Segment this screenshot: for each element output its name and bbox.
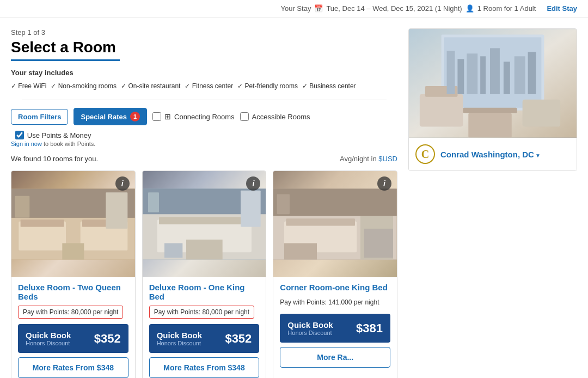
accessible-rooms-checkbox[interactable] [240,112,249,121]
svg-rect-39 [467,53,477,94]
connecting-icon: ⊞ [164,112,171,121]
svg-rect-8 [15,196,30,218]
stay-info: Your Stay 📅 Tue, Dec 14 – Wed, Dec 15, 2… [280,4,536,13]
points-text-1: Pay with Points: 80,000 per night [18,306,123,319]
room-image-1: i [11,171,135,277]
points-money-checkbox[interactable] [15,131,24,139]
room-card-body-2: Deluxe Room - One King Bed Pay with Poin… [143,277,266,378]
special-rates-badge: 1 [130,112,140,121]
separator [22,100,387,100]
svg-rect-13 [159,217,250,224]
guests-info: 1 Room for 1 Adult [477,4,536,13]
step-label: Step 1 of 3 [11,28,397,36]
results-info: We found 10 rooms for you. Avg/night in … [11,155,397,163]
special-rates-button[interactable]: Special Rates 1 [74,108,147,125]
amenity-fitness: Fitness center [185,82,233,90]
stay-includes: Your stay includes Free WiFi Non-smoking… [11,69,397,90]
room-name-3[interactable]: Corner Room-one King Bed [280,283,390,292]
room-card-1: i Deluxe Room - Two Queen Beds Pay with … [11,170,136,378]
hotel-image [409,29,577,138]
amenity-business: Business center [302,82,356,90]
info-badge-3[interactable]: i [377,176,391,191]
your-stay-label: Your Stay [280,4,311,13]
accessible-rooms-label[interactable]: Accessible Rooms [252,113,310,121]
date-range: Tue, Dec 14 – Wed, Dec 15, 2021 (1 Night… [326,4,462,13]
room-image-2: i [143,171,266,277]
more-rates-button-3[interactable]: More Ra... [280,347,390,368]
svg-rect-27 [284,243,317,260]
edit-stay-link[interactable]: Edit Stay [547,4,577,13]
sign-in-note: Sign in now to book with Points. [11,141,95,147]
currency-link[interactable]: $USD [378,155,397,163]
svg-rect-36 [468,113,511,138]
info-badge-1[interactable]: i [115,176,130,191]
connecting-rooms-checkbox[interactable] [152,112,161,121]
svg-rect-35 [463,108,517,113]
svg-rect-9 [62,243,84,260]
svg-rect-41 [490,48,500,94]
right-sidebar: C Conrad Washington, DC▼ [408,28,577,378]
quick-book-title-2: Quick Book [157,331,202,340]
sign-in-link[interactable]: Sign in now [11,141,42,147]
quick-book-sub-3: Honors Discount [287,330,333,336]
quick-book-price-3: $381 [356,321,383,336]
left-content: Step 1 of 3 Select a Room Your stay incl… [11,28,397,378]
avg-night: Avg/night in $USD [340,155,397,163]
title-underline [11,59,120,61]
room-card-2: i Deluxe Room - One King Bed Pay with Po… [142,170,267,378]
found-text: We found 10 rooms for you. [11,155,98,163]
hotel-logo: C [415,144,435,164]
person-icon: 👤 [465,4,474,13]
quick-book-price-1: $352 [94,332,121,346]
more-rates-button-2[interactable]: More Rates From $348 [149,357,260,378]
hotel-name-row: C Conrad Washington, DC▼ [409,138,577,170]
hotel-dropdown-arrow[interactable]: ▼ [535,153,541,158]
room-filters-button[interactable]: Room Filters [11,109,68,125]
points-money-label[interactable]: Use Points & Money [27,131,91,139]
svg-rect-32 [420,94,463,127]
svg-rect-34 [523,100,561,127]
quick-book-left-2: Quick Book Honors Discount [157,331,202,346]
quick-book-price-2: $352 [225,332,252,346]
svg-rect-42 [504,62,510,94]
room-name-2[interactable]: Deluxe Room - One King Bed [149,283,260,301]
connecting-rooms-label[interactable]: Connecting Rooms [174,113,235,121]
svg-rect-37 [447,51,455,94]
room-cards: i Deluxe Room - Two Queen Beds Pay with … [11,170,397,378]
quick-book-button-3[interactable]: Quick Book Honors Discount $381 [280,314,390,343]
room-image-3: i [273,171,397,277]
room-name-1[interactable]: Deluxe Room - Two Queen Beds [18,283,128,301]
room-card-3: i Corner Room-one King Bed Pay with Poin… [273,170,397,378]
quick-book-left-3: Quick Book Honors Discount [287,320,333,336]
hotel-image-svg [409,29,577,138]
svg-rect-40 [480,56,486,94]
svg-rect-18 [164,243,182,258]
more-rates-button-1[interactable]: More Rates From $348 [18,357,128,378]
amenity-pet: Pet-friendly rooms [237,82,298,90]
hotel-name[interactable]: Conrad Washington, DC▼ [440,150,541,159]
quick-book-button-1[interactable]: Quick Book Honors Discount $352 [18,324,128,353]
filters-row: Room Filters Special Rates 1 ⊞ Connectin… [11,108,397,147]
accessible-rooms-filter: Accessible Rooms [240,112,310,121]
quick-book-sub-2: Honors Discount [157,340,202,346]
main-layout: Step 1 of 3 Select a Room Your stay incl… [0,17,588,378]
points-money-filter: Use Points & Money Sign in now to book w… [11,131,95,147]
connecting-rooms-filter: ⊞ Connecting Rooms [152,112,235,121]
quick-book-title-3: Quick Book [287,320,333,330]
svg-rect-15 [241,191,261,227]
top-bar: Your Stay 📅 Tue, Dec 14 – Wed, Dec 15, 2… [0,0,588,17]
svg-rect-24 [273,188,397,216]
svg-rect-43 [514,56,525,94]
amenity-wifi: Free WiFi [11,82,46,90]
svg-rect-25 [364,229,393,258]
quick-book-button-2[interactable]: Quick Book Honors Discount $352 [149,324,260,353]
quick-book-title-1: Quick Book [26,331,71,340]
svg-rect-44 [528,52,536,94]
amenity-restaurant: On-site restaurant [121,82,180,90]
svg-rect-16 [148,192,159,212]
svg-rect-4 [21,220,64,227]
stay-includes-label: Your stay includes [11,69,74,77]
special-rates-label: Special Rates [81,113,127,121]
hotel-card: C Conrad Washington, DC▼ [408,28,577,171]
svg-rect-26 [277,194,290,214]
